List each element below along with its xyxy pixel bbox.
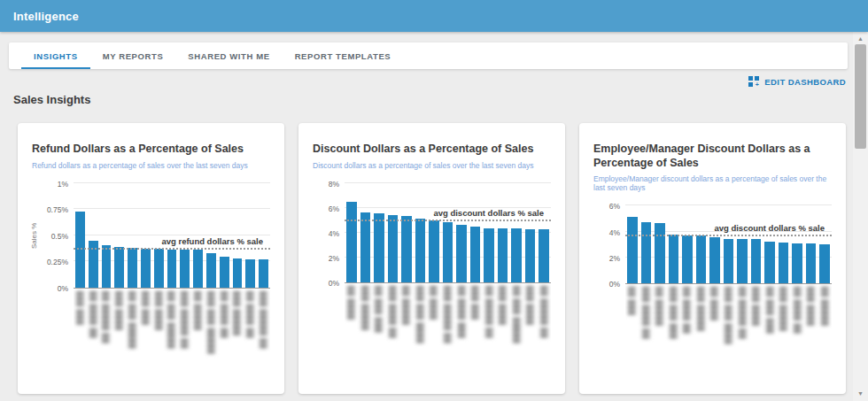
bar[interactable] [220, 257, 229, 287]
bar[interactable] [696, 235, 707, 283]
bar[interactable] [154, 249, 164, 288]
bar-chart: 8%6%4%2%0%avg discount dollars % sale██ … [313, 184, 551, 375]
x-tick-label-blurred: ██ ███ ███ [764, 287, 775, 376]
x-tick-label-blurred: ███ ███ ████ [415, 286, 426, 375]
bar[interactable] [443, 222, 453, 281]
bar[interactable] [709, 237, 720, 283]
x-tick-label-blurred: ███ ████ [806, 287, 817, 376]
x-tick-label-blurred: ███ ████ [498, 286, 508, 375]
bar[interactable] [102, 245, 112, 287]
tab-bar: INSIGHTS MY REPORTS SHARED WITH ME REPOR… [9, 42, 848, 69]
bar[interactable] [724, 239, 734, 283]
bar-series [627, 206, 830, 283]
bar[interactable] [456, 225, 467, 282]
bar[interactable] [401, 216, 412, 281]
bar[interactable] [360, 212, 371, 281]
x-tick-label-blurred: ███ ████ [154, 291, 164, 381]
bar[interactable] [114, 247, 124, 288]
bar[interactable] [511, 228, 522, 281]
bar[interactable] [669, 235, 679, 283]
average-reference-line [74, 248, 270, 250]
bar[interactable] [484, 228, 494, 282]
bar[interactable] [346, 202, 357, 282]
card-discount-percent-sales: Discount Dollars as a Percentage of Sale… [298, 123, 565, 394]
bar[interactable] [764, 242, 775, 284]
bar[interactable] [259, 259, 268, 288]
x-tick-label-blurred: ██ ███ █████ [128, 291, 137, 381]
x-tick-label-blurred: ██ █████ [655, 287, 665, 376]
bar[interactable] [525, 229, 536, 282]
x-tick-label-blurred: ██ ████ ██ [792, 287, 802, 376]
bar[interactable] [193, 250, 203, 287]
bar[interactable] [498, 228, 508, 282]
x-tick-label-blurred: ██ ███ █████ [167, 291, 177, 381]
x-tick-label-blurred: ███ ████ [114, 291, 124, 381]
bar[interactable] [539, 229, 549, 282]
bar[interactable] [682, 235, 693, 283]
average-reference-line [345, 220, 551, 221]
bar[interactable] [245, 259, 255, 288]
chart-title: Employee/Manager Discount Dollars as a P… [593, 143, 832, 170]
edit-dashboard-button[interactable]: + EDIT DASHBOARD [748, 76, 846, 87]
bar[interactable] [641, 222, 652, 283]
x-tick-label-blurred: ██ █████ ██ [737, 287, 748, 376]
y-tick-label: 0.25% [47, 258, 68, 266]
y-axis-ticks: 6%4%2%0% [593, 206, 625, 284]
y-tick-label: 0% [58, 284, 68, 293]
plot-area: avg discount dollars % sale [345, 184, 551, 283]
bar[interactable] [737, 239, 748, 283]
bar[interactable] [388, 215, 399, 282]
bar[interactable] [128, 248, 137, 288]
scrollbar-thumb[interactable] [855, 44, 866, 149]
tab-shared-with-me[interactable]: SHARED WITH ME [175, 42, 282, 69]
y-tick-label: 0.5% [51, 232, 68, 241]
tab-my-reports[interactable]: MY REPORTS [90, 42, 176, 69]
bar[interactable] [655, 223, 665, 283]
bar[interactable] [779, 243, 789, 283]
chart-title: Refund Dollars as a Percentage of Sales [32, 143, 270, 157]
scroll-up-icon[interactable]: ▲ [853, 34, 868, 44]
y-axis-ticks: 8%6%4%2%0% [313, 184, 345, 283]
gridline [74, 182, 270, 183]
x-tick-label-blurred: ███ ███ [141, 291, 151, 381]
x-tick-label-blurred: ██ █████ ██ [484, 286, 494, 375]
x-tick-label-blurred: ██ ████ ██ [220, 291, 229, 381]
bar[interactable] [141, 249, 151, 288]
page-title: Sales Insights [13, 93, 90, 106]
bar[interactable] [751, 239, 762, 283]
bar[interactable] [627, 217, 638, 283]
bar[interactable] [206, 253, 216, 288]
x-tick-label-blurred: ███ █████ [233, 291, 243, 381]
bar[interactable] [167, 250, 177, 287]
tab-insights[interactable]: INSIGHTS [21, 42, 90, 69]
x-tick-label-blurred: ███ ███ ███ [669, 287, 679, 376]
vertical-scrollbar[interactable]: ▲ ▼ [853, 32, 868, 401]
bar[interactable] [429, 220, 439, 282]
average-line-label: avg discount dollars % sale [714, 223, 825, 233]
x-tick-label-blurred: ██ █████ ██ [102, 291, 112, 381]
tab-report-templates[interactable]: REPORT TEMPLATES [283, 42, 404, 69]
gridline [625, 204, 832, 205]
y-tick-label: 1% [58, 180, 68, 189]
chart-subtitle: Employee/Manager discount dollars as a p… [593, 174, 832, 192]
x-tick-label-blurred: ██ █████ [193, 291, 203, 381]
y-tick-label: 0% [609, 280, 620, 289]
x-tick-label-blurred: ██ ████ ███ [456, 286, 467, 375]
y-tick-label: 8% [329, 180, 339, 189]
bar[interactable] [792, 243, 802, 283]
bar-chart: 6%4%2%0%avg discount dollars % sale██ ██… [593, 206, 832, 376]
average-line-label: avg discount dollars % sale [433, 208, 544, 218]
bar[interactable] [374, 213, 384, 282]
card-employee-discount-percent-sales: Employee/Manager Discount Dollars as a P… [579, 123, 846, 394]
x-tick-label-blurred: ██ ████ ██ [682, 287, 693, 376]
bar[interactable] [233, 258, 243, 288]
bar[interactable] [180, 250, 190, 287]
bar[interactable] [819, 244, 830, 283]
y-axis-ticks: 1%0.75%0.5%0.25%0% [42, 184, 74, 289]
bar[interactable] [415, 219, 426, 282]
bar[interactable] [806, 243, 817, 283]
plot-area: avg discount dollars % sale [625, 206, 832, 284]
bar[interactable] [470, 227, 481, 282]
x-tick-label-blurred: ███ ███ ████ [724, 287, 734, 376]
scroll-down-icon[interactable]: ▼ [853, 389, 868, 399]
